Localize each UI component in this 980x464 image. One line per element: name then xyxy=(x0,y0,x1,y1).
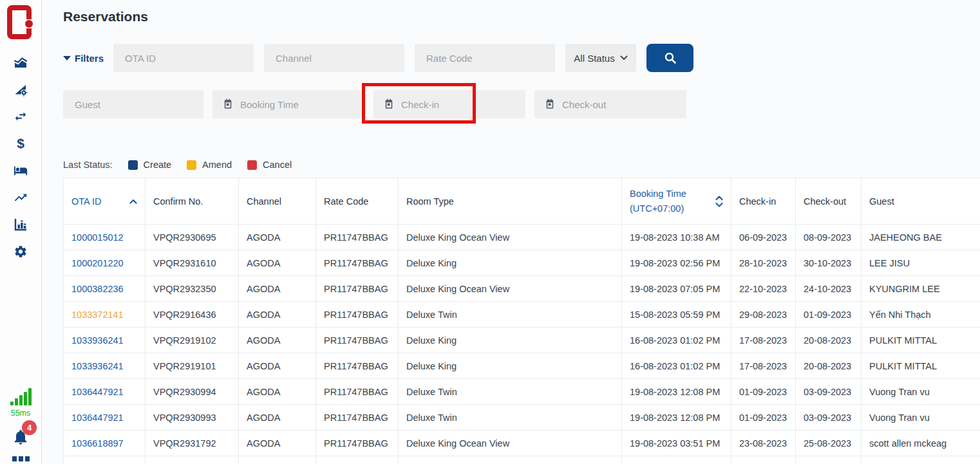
cell-booking-time: 19-08-2023 12:08 PM xyxy=(622,405,731,431)
cell-check-in: 01-09-2023 xyxy=(731,379,796,405)
cell-check-out: 03-09-2023 xyxy=(796,379,862,405)
guest-filter-input[interactable] xyxy=(63,90,203,118)
ota-id-link[interactable]: 1000201220 xyxy=(71,258,124,268)
cell-channel: AGODA xyxy=(239,405,316,431)
status-dropdown[interactable]: All Status xyxy=(565,44,636,72)
cell-check-out: 24-10-2023 xyxy=(796,276,862,302)
cell-room-type: Deluxe Twin xyxy=(399,405,622,431)
cell-channel: AGODA xyxy=(239,431,316,456)
cell-check-in: 28-10-2023 xyxy=(731,250,796,276)
rate-settings-icon[interactable] xyxy=(14,82,28,97)
notifications-bell-icon[interactable]: 4 xyxy=(12,428,30,446)
cell-rate-code: PR11747BBAG xyxy=(316,276,399,302)
ota-id-link[interactable]: 1033936241 xyxy=(71,361,124,371)
amend-status-swatch xyxy=(187,160,196,170)
ota-id-link[interactable]: 1000382236 xyxy=(71,284,124,294)
rate-code-filter-input[interactable] xyxy=(415,44,555,72)
channel-swap-icon[interactable] xyxy=(14,109,28,124)
cell-channel: AGODA xyxy=(239,276,316,302)
cell-guest: LEE JISU xyxy=(862,250,980,276)
cell-check-in: 06-09-2023 xyxy=(731,225,796,250)
ota-id-link[interactable]: 1036447921 xyxy=(71,413,124,423)
cancel-status-swatch xyxy=(247,160,257,170)
cell-booking-time: 16-08-2023 01:02 PM xyxy=(622,353,731,379)
search-button[interactable] xyxy=(646,44,693,72)
table-row: 1000382236 VPQR2932350 AGODA PR11747BBAG… xyxy=(64,276,980,302)
cell-guest: Vuong Tran vu xyxy=(862,379,980,405)
cell-channel: AGODA xyxy=(239,379,316,405)
cell-booking-time: 19-08-2023 07:05 PM xyxy=(622,276,731,302)
dashboard-area-chart-icon[interactable] xyxy=(14,55,28,70)
payments-icon[interactable]: $ xyxy=(14,136,28,151)
cell-guest: PULKIT MITTAL xyxy=(862,353,980,379)
connection-status: 55ms 4 xyxy=(0,387,41,461)
table-row: 1033372141 VPQR2916436 AGODA PR11747BBAG… xyxy=(64,302,980,328)
calendar-icon xyxy=(383,98,395,110)
cell-room-type: Deluxe King Ocean View xyxy=(399,276,622,302)
chevron-down-icon xyxy=(620,55,628,60)
cell-room-type: Deluxe King Ocean View xyxy=(399,431,622,456)
cell-confirm-no: VPQR2919101 xyxy=(146,353,239,379)
cell-room-type: Deluxe King xyxy=(399,353,622,379)
table-row: 1036447921 VPQR2930994 AGODA PR11747BBAG… xyxy=(64,379,980,405)
table-row: 1036618897 VPQR2931792 AGODA PR11747BBAG… xyxy=(64,431,980,456)
cell-rate-code: PR11747BBAG xyxy=(316,250,399,276)
cell-rate-code: PR11747BBAG xyxy=(316,431,399,456)
latency-value: 55ms xyxy=(11,409,31,418)
settings-gear-icon[interactable] xyxy=(14,245,28,259)
reports-bar-chart-icon[interactable] xyxy=(14,218,28,232)
channel-filter-input[interactable] xyxy=(264,44,404,72)
cell-room-type: Deluxe King xyxy=(399,328,622,353)
check-out-filter[interactable]: Check-out xyxy=(534,90,686,118)
sort-ascending-icon xyxy=(129,199,137,204)
legend-item-amend: Amend xyxy=(187,160,232,170)
calendar-icon xyxy=(222,98,234,110)
ota-id-link[interactable]: 1000015012 xyxy=(71,232,124,243)
ota-id-filter-input[interactable] xyxy=(113,44,254,72)
cell-confirm-no: VPQR2930993 xyxy=(146,405,239,431)
column-header-ota-id[interactable]: OTA ID xyxy=(64,178,146,225)
performance-trend-icon[interactable] xyxy=(14,190,28,205)
cell-booking-time: 19-08-2023 03:51 PM xyxy=(622,431,731,456)
check-in-filter[interactable]: Check-in xyxy=(373,90,525,118)
cell-check-in: 22-10-2023 xyxy=(731,276,796,302)
table-row: 1000015012 VPQR2930695 AGODA PR11747BBAG… xyxy=(64,225,980,250)
cell-check-out: 03-09-2023 xyxy=(796,405,862,431)
more-menu-icon[interactable] xyxy=(12,456,30,461)
column-header-check-in: Check-in xyxy=(731,178,796,225)
cell-booking-time: 19-08-2023 10:38 AM xyxy=(622,225,731,250)
cell-check-out: 01-09-2023 xyxy=(796,302,862,328)
ota-id-link[interactable]: 1036447921 xyxy=(71,387,124,397)
column-header-guest: Guest xyxy=(862,178,980,225)
table-row: 1033936241 VPQR2919102 AGODA PR11747BBAG… xyxy=(64,328,980,353)
brand-logo-icon[interactable] xyxy=(6,5,35,40)
cell-booking-time: 15-08-2023 05:59 PM xyxy=(622,302,731,328)
calendar-icon xyxy=(544,98,556,110)
filters-toggle[interactable]: Filters xyxy=(63,53,103,64)
cell-room-type: Deluxe King Ocean View xyxy=(399,225,622,250)
cell-rate-code: PR11747BBAG xyxy=(316,405,399,431)
cell-confirm-no: VPQR2930994 xyxy=(146,379,239,405)
ota-id-link[interactable]: 1033372141 xyxy=(71,310,124,320)
booking-time-filter[interactable]: Booking Time xyxy=(212,90,364,118)
column-header-room-type: Room Type xyxy=(399,178,622,225)
rooms-bed-icon[interactable] xyxy=(14,163,28,178)
column-header-confirm-no: Confirm No. xyxy=(146,178,239,225)
ota-id-link[interactable]: 1033936241 xyxy=(71,335,124,346)
cell-check-out: 20-08-2023 xyxy=(796,353,862,379)
cell-confirm-no: VPQR2916436 xyxy=(146,302,239,328)
cell-rate-code: PR11747BBAG xyxy=(316,302,399,328)
table-header-row: OTA ID Confirm No. Channel Rate Code Roo… xyxy=(64,178,980,225)
cell-check-out: 08-09-2023 xyxy=(796,225,862,250)
column-header-booking-time[interactable]: Booking Time (UTC+07:00) xyxy=(622,178,731,225)
table-row-partial xyxy=(64,456,980,464)
ota-id-link[interactable]: 1036618897 xyxy=(71,438,124,449)
cell-rate-code: PR11747BBAG xyxy=(316,353,399,379)
cell-guest: scott allen mckeag xyxy=(862,431,980,456)
cell-channel: AGODA xyxy=(239,328,316,353)
cell-confirm-no: VPQR2931792 xyxy=(146,431,239,456)
create-status-swatch xyxy=(128,160,138,170)
legend-item-cancel: Cancel xyxy=(247,160,292,170)
notification-count-badge: 4 xyxy=(22,420,37,435)
cell-booking-time: 16-08-2023 01:02 PM xyxy=(622,328,731,353)
